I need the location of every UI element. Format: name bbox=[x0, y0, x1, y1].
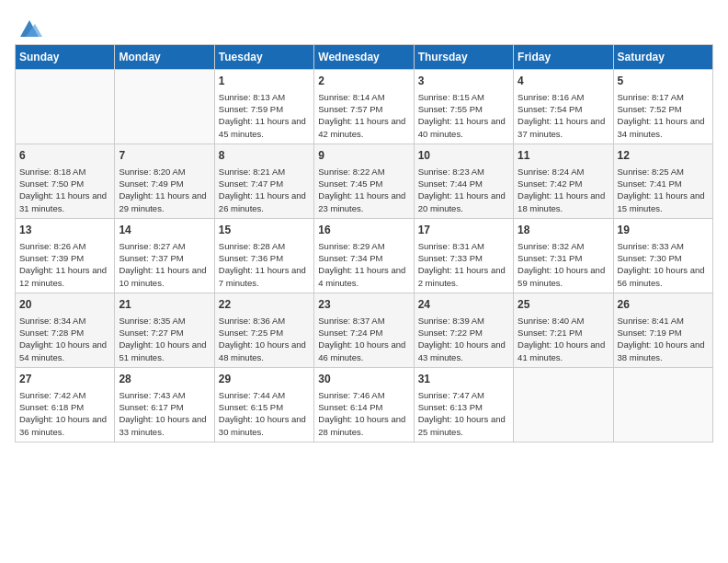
day-of-week-header: Tuesday bbox=[214, 45, 313, 70]
calendar-cell: 17Sunrise: 8:31 AM Sunset: 7:33 PM Dayli… bbox=[414, 218, 513, 293]
calendar-cell: 10Sunrise: 8:23 AM Sunset: 7:44 PM Dayli… bbox=[414, 144, 513, 218]
day-info: Sunrise: 8:33 AM Sunset: 7:30 PM Dayligh… bbox=[618, 240, 709, 289]
day-of-week-header: Friday bbox=[514, 45, 613, 70]
day-info: Sunrise: 8:41 AM Sunset: 7:19 PM Dayligh… bbox=[618, 315, 709, 363]
calendar-cell: 12Sunrise: 8:25 AM Sunset: 7:41 PM Dayli… bbox=[613, 144, 712, 218]
day-info: Sunrise: 8:29 AM Sunset: 7:34 PM Dayligh… bbox=[318, 240, 409, 289]
day-of-week-header: Saturday bbox=[613, 45, 712, 70]
day-info: Sunrise: 8:14 AM Sunset: 7:57 PM Dayligh… bbox=[318, 91, 409, 140]
calendar-cell bbox=[16, 70, 115, 144]
day-number: 9 bbox=[318, 148, 409, 164]
day-number: 25 bbox=[518, 297, 609, 313]
calendar-cell: 3Sunrise: 8:15 AM Sunset: 7:55 PM Daylig… bbox=[414, 70, 513, 144]
calendar-cell: 13Sunrise: 8:26 AM Sunset: 7:39 PM Dayli… bbox=[16, 218, 115, 293]
day-number: 5 bbox=[618, 74, 709, 89]
day-number: 27 bbox=[19, 372, 110, 387]
day-number: 8 bbox=[219, 148, 310, 164]
day-number: 10 bbox=[418, 148, 509, 164]
day-info: Sunrise: 8:18 AM Sunset: 7:50 PM Dayligh… bbox=[19, 166, 110, 214]
calendar-week-row: 13Sunrise: 8:26 AM Sunset: 7:39 PM Dayli… bbox=[16, 218, 713, 293]
calendar-week-row: 6Sunrise: 8:18 AM Sunset: 7:50 PM Daylig… bbox=[16, 144, 713, 218]
day-number: 1 bbox=[219, 74, 310, 89]
calendar-week-row: 20Sunrise: 8:34 AM Sunset: 7:28 PM Dayli… bbox=[16, 293, 713, 367]
day-info: Sunrise: 8:17 AM Sunset: 7:52 PM Dayligh… bbox=[618, 91, 709, 140]
day-info: Sunrise: 8:32 AM Sunset: 7:31 PM Dayligh… bbox=[518, 240, 609, 289]
page-header bbox=[15, 15, 713, 35]
day-info: Sunrise: 8:24 AM Sunset: 7:42 PM Dayligh… bbox=[518, 166, 609, 214]
day-number: 18 bbox=[518, 223, 609, 238]
day-number: 14 bbox=[119, 223, 210, 238]
day-info: Sunrise: 8:28 AM Sunset: 7:36 PM Dayligh… bbox=[219, 240, 310, 289]
day-number: 3 bbox=[418, 74, 509, 89]
day-of-week-header: Wednesday bbox=[314, 45, 414, 70]
day-number: 31 bbox=[418, 372, 509, 387]
day-number: 17 bbox=[418, 223, 509, 238]
calendar-cell: 22Sunrise: 8:36 AM Sunset: 7:25 PM Dayli… bbox=[214, 293, 313, 367]
calendar-header-row: SundayMondayTuesdayWednesdayThursdayFrid… bbox=[16, 45, 713, 70]
logo bbox=[15, 15, 42, 35]
calendar-cell bbox=[613, 367, 712, 442]
day-info: Sunrise: 8:16 AM Sunset: 7:54 PM Dayligh… bbox=[518, 91, 609, 140]
calendar-cell: 14Sunrise: 8:27 AM Sunset: 7:37 PM Dayli… bbox=[115, 218, 214, 293]
calendar-cell: 25Sunrise: 8:40 AM Sunset: 7:21 PM Dayli… bbox=[514, 293, 613, 367]
calendar-cell: 16Sunrise: 8:29 AM Sunset: 7:34 PM Dayli… bbox=[314, 218, 414, 293]
day-info: Sunrise: 8:34 AM Sunset: 7:28 PM Dayligh… bbox=[19, 315, 110, 363]
day-info: Sunrise: 8:37 AM Sunset: 7:24 PM Dayligh… bbox=[318, 315, 409, 363]
day-number: 21 bbox=[119, 297, 210, 313]
day-of-week-header: Thursday bbox=[414, 45, 513, 70]
day-number: 7 bbox=[119, 148, 210, 164]
day-info: Sunrise: 8:23 AM Sunset: 7:44 PM Dayligh… bbox=[418, 166, 509, 214]
calendar-cell: 26Sunrise: 8:41 AM Sunset: 7:19 PM Dayli… bbox=[613, 293, 712, 367]
day-number: 6 bbox=[19, 148, 110, 164]
day-info: Sunrise: 7:43 AM Sunset: 6:17 PM Dayligh… bbox=[119, 389, 210, 438]
calendar-cell: 11Sunrise: 8:24 AM Sunset: 7:42 PM Dayli… bbox=[514, 144, 613, 218]
calendar-cell: 2Sunrise: 8:14 AM Sunset: 7:57 PM Daylig… bbox=[314, 70, 414, 144]
day-number: 24 bbox=[418, 297, 509, 313]
calendar-cell: 18Sunrise: 8:32 AM Sunset: 7:31 PM Dayli… bbox=[514, 218, 613, 293]
day-info: Sunrise: 8:26 AM Sunset: 7:39 PM Dayligh… bbox=[19, 240, 110, 289]
day-of-week-header: Sunday bbox=[16, 45, 115, 70]
day-of-week-header: Monday bbox=[115, 45, 214, 70]
day-info: Sunrise: 8:35 AM Sunset: 7:27 PM Dayligh… bbox=[119, 315, 210, 363]
day-info: Sunrise: 7:46 AM Sunset: 6:14 PM Dayligh… bbox=[318, 389, 409, 438]
calendar-table: SundayMondayTuesdayWednesdayThursdayFrid… bbox=[15, 44, 713, 442]
day-info: Sunrise: 8:21 AM Sunset: 7:47 PM Dayligh… bbox=[219, 166, 310, 214]
day-number: 22 bbox=[219, 297, 310, 313]
calendar-cell: 20Sunrise: 8:34 AM Sunset: 7:28 PM Dayli… bbox=[16, 293, 115, 367]
calendar-cell bbox=[115, 70, 214, 144]
day-number: 19 bbox=[618, 223, 709, 238]
calendar-cell: 28Sunrise: 7:43 AM Sunset: 6:17 PM Dayli… bbox=[115, 367, 214, 442]
calendar-cell: 29Sunrise: 7:44 AM Sunset: 6:15 PM Dayli… bbox=[214, 367, 313, 442]
calendar-cell: 31Sunrise: 7:47 AM Sunset: 6:13 PM Dayli… bbox=[414, 367, 513, 442]
day-info: Sunrise: 8:20 AM Sunset: 7:49 PM Dayligh… bbox=[119, 166, 210, 214]
day-number: 2 bbox=[318, 74, 409, 89]
calendar-week-row: 1Sunrise: 8:13 AM Sunset: 7:59 PM Daylig… bbox=[16, 70, 713, 144]
calendar-week-row: 27Sunrise: 7:42 AM Sunset: 6:18 PM Dayli… bbox=[16, 367, 713, 442]
day-info: Sunrise: 8:27 AM Sunset: 7:37 PM Dayligh… bbox=[119, 240, 210, 289]
calendar-cell: 1Sunrise: 8:13 AM Sunset: 7:59 PM Daylig… bbox=[214, 70, 313, 144]
day-number: 16 bbox=[318, 223, 409, 238]
day-info: Sunrise: 7:44 AM Sunset: 6:15 PM Dayligh… bbox=[219, 389, 310, 438]
calendar-cell: 9Sunrise: 8:22 AM Sunset: 7:45 PM Daylig… bbox=[314, 144, 414, 218]
day-info: Sunrise: 8:40 AM Sunset: 7:21 PM Dayligh… bbox=[518, 315, 609, 363]
day-number: 15 bbox=[219, 223, 310, 238]
day-number: 12 bbox=[618, 148, 709, 164]
day-number: 30 bbox=[318, 372, 409, 387]
calendar-cell: 30Sunrise: 7:46 AM Sunset: 6:14 PM Dayli… bbox=[314, 367, 414, 442]
calendar-cell: 4Sunrise: 8:16 AM Sunset: 7:54 PM Daylig… bbox=[514, 70, 613, 144]
calendar-cell: 6Sunrise: 8:18 AM Sunset: 7:50 PM Daylig… bbox=[16, 144, 115, 218]
day-number: 11 bbox=[518, 148, 609, 164]
calendar-cell: 15Sunrise: 8:28 AM Sunset: 7:36 PM Dayli… bbox=[214, 218, 313, 293]
day-info: Sunrise: 7:47 AM Sunset: 6:13 PM Dayligh… bbox=[418, 389, 509, 438]
day-info: Sunrise: 8:13 AM Sunset: 7:59 PM Dayligh… bbox=[219, 91, 310, 140]
calendar-cell: 7Sunrise: 8:20 AM Sunset: 7:49 PM Daylig… bbox=[115, 144, 214, 218]
calendar-cell: 24Sunrise: 8:39 AM Sunset: 7:22 PM Dayli… bbox=[414, 293, 513, 367]
calendar-cell: 23Sunrise: 8:37 AM Sunset: 7:24 PM Dayli… bbox=[314, 293, 414, 367]
calendar-cell bbox=[514, 367, 613, 442]
day-info: Sunrise: 7:42 AM Sunset: 6:18 PM Dayligh… bbox=[19, 389, 110, 438]
calendar-cell: 19Sunrise: 8:33 AM Sunset: 7:30 PM Dayli… bbox=[613, 218, 712, 293]
logo-icon bbox=[17, 15, 42, 40]
day-info: Sunrise: 8:22 AM Sunset: 7:45 PM Dayligh… bbox=[318, 166, 409, 214]
calendar-cell: 21Sunrise: 8:35 AM Sunset: 7:27 PM Dayli… bbox=[115, 293, 214, 367]
day-info: Sunrise: 8:39 AM Sunset: 7:22 PM Dayligh… bbox=[418, 315, 509, 363]
